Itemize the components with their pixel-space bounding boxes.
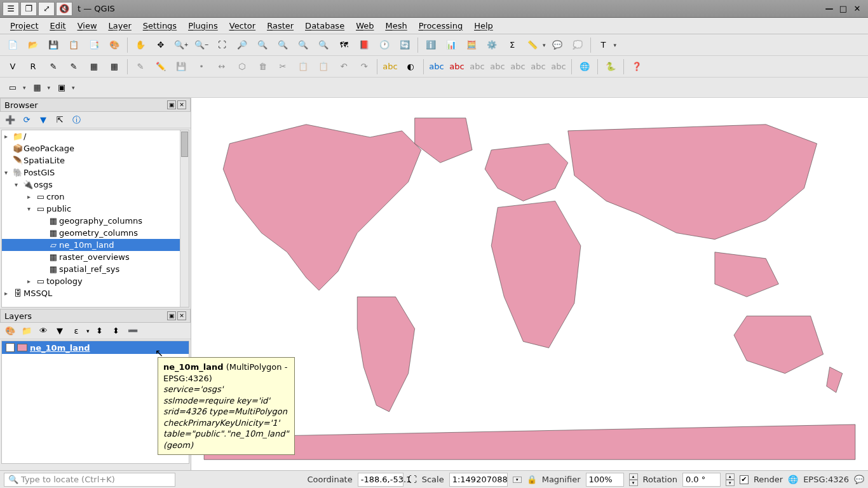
new-virtual-icon[interactable]: ▦: [105, 58, 123, 76]
tree-item-spatialite[interactable]: 🪶SpatiaLite: [2, 154, 189, 166]
undock-icon[interactable]: ▣: [167, 311, 176, 320]
close-button[interactable]: ✕: [851, 4, 863, 14]
label-icon[interactable]: abc: [381, 58, 399, 76]
tree-item-osgs[interactable]: ▾🔌osgs: [2, 179, 189, 191]
layout-manager-icon[interactable]: 📑: [85, 36, 103, 54]
zoom-last-icon[interactable]: 🔍: [294, 36, 312, 54]
menu-processing[interactable]: Processing: [414, 19, 468, 32]
tree-item-geocols[interactable]: ▦geography_columns: [2, 215, 189, 227]
measure-icon[interactable]: 📏: [524, 36, 541, 54]
temporal-icon[interactable]: 🕐: [376, 36, 393, 54]
delete-selected-icon[interactable]: 🗑: [254, 58, 271, 76]
pan-to-selection-icon[interactable]: ✥: [152, 36, 170, 54]
add-vector-icon[interactable]: V: [4, 58, 22, 76]
collapse-all-icon[interactable]: ⬍: [110, 325, 123, 337]
fullscreen-exit-icon[interactable]: ⤢: [38, 2, 55, 16]
tree-item-raster-ov[interactable]: ▦raster_overviews: [2, 251, 189, 263]
metasearch-icon[interactable]: 🌐: [576, 58, 593, 76]
window-icon[interactable]: ❐: [20, 2, 37, 16]
tree-item-ne-land[interactable]: ▱ne_10m_land: [2, 239, 189, 251]
mute-icon[interactable]: 🔇: [56, 2, 72, 16]
tree-item-root[interactable]: ▸📁/: [2, 130, 189, 142]
python-console-icon[interactable]: 🐍: [602, 58, 620, 76]
menu-plugins[interactable]: Plugins: [183, 19, 223, 32]
zoom-out-icon[interactable]: 🔍−: [193, 36, 210, 54]
lock-scale-icon[interactable]: 🔒: [527, 475, 537, 484]
add-layer-icon[interactable]: ➕: [4, 114, 17, 126]
menu-edit[interactable]: Edit: [45, 19, 71, 32]
vertex-tool-icon[interactable]: ⬡: [233, 58, 251, 76]
tree-item-cron[interactable]: ▸▭cron: [2, 191, 189, 203]
maximize-button[interactable]: □: [837, 4, 849, 14]
diagram-icon[interactable]: ◐: [402, 58, 419, 76]
paste-features-icon[interactable]: 📋: [315, 58, 332, 76]
scrollbar[interactable]: [180, 130, 189, 307]
scale-input[interactable]: 1:149207088: [449, 473, 508, 487]
close-panel-icon[interactable]: ✕: [177, 311, 186, 320]
style-manager-icon[interactable]: 🎨: [105, 36, 123, 54]
menu-database[interactable]: Database: [300, 19, 349, 32]
attribute-table-icon[interactable]: 📊: [442, 36, 460, 54]
tree-item-mssql[interactable]: ▸🗄MSSQL: [2, 287, 189, 299]
new-geopackage-icon[interactable]: ✎: [65, 58, 83, 76]
deselect-icon[interactable]: ▣: [53, 79, 71, 97]
add-raster-icon[interactable]: R: [24, 58, 42, 76]
scale-dropdown[interactable]: ▾: [513, 477, 522, 483]
zoom-selection-icon[interactable]: 🔎: [233, 36, 251, 54]
tree-item-public[interactable]: ▾▭public: [2, 203, 189, 215]
expand-all-icon[interactable]: ⬍: [93, 325, 106, 337]
refresh-icon[interactable]: 🔄: [396, 36, 414, 54]
tree-item-geomcols[interactable]: ▦geometry_columns: [2, 227, 189, 239]
magnifier-spinner[interactable]: ▴▾: [629, 473, 638, 486]
menu-icon[interactable]: ☰: [3, 2, 19, 16]
menu-project[interactable]: Project: [5, 19, 44, 32]
redo-icon[interactable]: ↷: [355, 58, 373, 76]
help-icon[interactable]: ❓: [628, 58, 646, 76]
minimize-button[interactable]: —: [824, 4, 835, 14]
refresh-browser-icon[interactable]: ⟳: [20, 114, 33, 126]
browser-panel-header[interactable]: Browser ▣ ✕: [0, 98, 191, 112]
menu-settings[interactable]: Settings: [138, 19, 182, 32]
filter-legend-icon[interactable]: ▼: [53, 325, 66, 337]
open-project-icon[interactable]: 📂: [24, 36, 42, 54]
tree-item-postgis[interactable]: ▾🐘PostGIS: [2, 166, 189, 179]
add-group-icon[interactable]: 📁: [20, 325, 33, 337]
pan-icon[interactable]: ✋: [132, 36, 149, 54]
magnifier-input[interactable]: 100%: [586, 473, 624, 487]
identify-icon[interactable]: ℹ️: [422, 36, 440, 54]
messages-icon[interactable]: 💬: [854, 475, 864, 484]
select-all-icon[interactable]: ▦: [29, 79, 46, 97]
crs-icon[interactable]: 🌐: [788, 475, 798, 484]
zoom-full-icon[interactable]: ⛶: [213, 36, 231, 54]
cut-features-icon[interactable]: ✂: [274, 58, 292, 76]
undock-icon[interactable]: ▣: [167, 100, 176, 109]
locator-input[interactable]: 🔍 Type to locate (Ctrl+K): [4, 473, 175, 487]
label-highlight-icon[interactable]: abc: [428, 58, 445, 76]
menu-raster[interactable]: Raster: [262, 19, 299, 32]
rotation-spinner[interactable]: ▴▾: [726, 473, 735, 486]
new-shapefile-icon[interactable]: ✎: [44, 58, 62, 76]
styling-icon[interactable]: 🎨: [4, 325, 17, 337]
toolbox-icon[interactable]: ⚙️: [483, 36, 501, 54]
menu-view[interactable]: View: [72, 19, 102, 32]
coordinate-input[interactable]: -188.6,-53.1: [358, 473, 403, 487]
field-calc-icon[interactable]: 🧮: [463, 36, 480, 54]
rotation-input[interactable]: 0.0 °: [682, 473, 721, 487]
expression-filter-icon[interactable]: ε: [70, 325, 83, 337]
close-panel-icon[interactable]: ✕: [177, 100, 186, 109]
remove-layer-icon[interactable]: ➖: [126, 325, 139, 337]
tree-item-spatial-ref[interactable]: ▦spatial_ref_sys: [2, 263, 189, 275]
crs-label[interactable]: EPSG:4326: [803, 475, 849, 484]
tree-item-topology[interactable]: ▸▭topology: [2, 275, 189, 287]
move-feature-icon[interactable]: ↔: [213, 58, 231, 76]
render-checkbox[interactable]: ✔: [740, 475, 749, 484]
menu-vector[interactable]: Vector: [224, 19, 261, 32]
tree-item-geopackage[interactable]: 📦GeoPackage: [2, 142, 189, 154]
text-annotation-icon[interactable]: T: [595, 36, 613, 54]
current-edits-icon[interactable]: ✎: [132, 58, 149, 76]
extents-icon[interactable]: ⛶: [409, 475, 417, 484]
zoom-native-icon[interactable]: 🔍: [274, 36, 292, 54]
new-bookmark-icon[interactable]: 📕: [355, 36, 373, 54]
undo-icon[interactable]: ↶: [335, 58, 353, 76]
zoom-layer-icon[interactable]: 🔍: [254, 36, 271, 54]
